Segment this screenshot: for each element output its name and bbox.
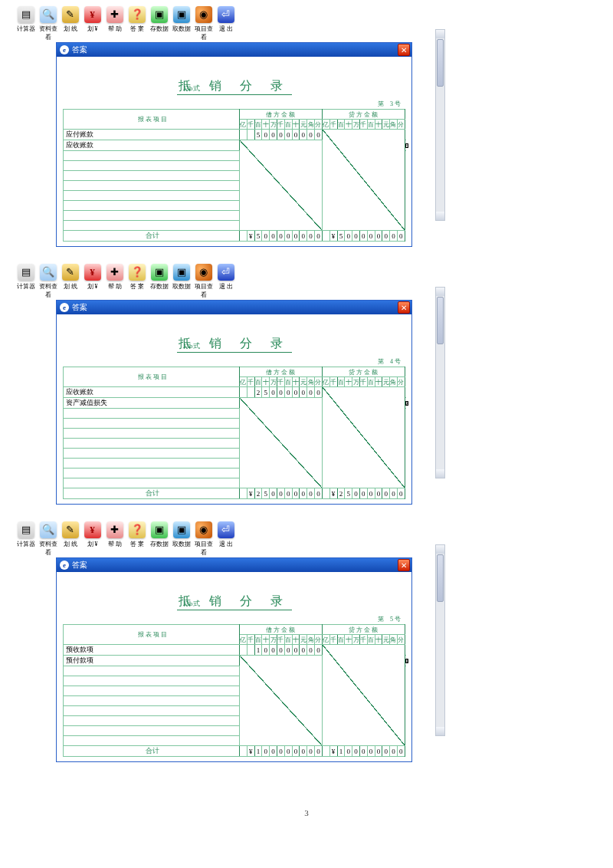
cross-out-button-icon: ✎ [62, 6, 79, 23]
item-cell [64, 716, 240, 726]
item-cell [64, 459, 240, 469]
cross-out-button[interactable]: ✎ 划 线 [60, 264, 80, 299]
item-cell [64, 666, 240, 676]
close-icon[interactable]: ✕ [398, 559, 410, 571]
scrollbar[interactable] [435, 287, 445, 478]
unit-header-cell: 角 [307, 377, 315, 387]
close-icon[interactable]: ✕ [398, 44, 410, 56]
view-project-button[interactable]: ◉ 项目查看 [193, 521, 214, 557]
help-button[interactable]: ✚ 帮 助 [104, 6, 125, 41]
help-button[interactable]: ✚ 帮 助 [104, 264, 125, 299]
view-data-button[interactable]: 🔍 资料查看 [38, 521, 58, 557]
amount-digit-cell: 0 [277, 130, 284, 140]
help-button[interactable]: ✚ 帮 助 [104, 521, 125, 557]
close-icon[interactable]: ✕ [398, 301, 410, 314]
view-data-button[interactable]: 🔍 资料查看 [38, 264, 58, 299]
amount-digit-cell: 0 [300, 130, 307, 140]
currency-button[interactable]: ¥ 划 ¥ [82, 6, 103, 41]
toolbar-label: 答 案 [126, 540, 147, 548]
view-project-button[interactable]: ◉ 项目查看 [193, 6, 214, 41]
debit-header: 借 方 金 额 [240, 367, 323, 377]
exit-button[interactable]: ⏎ 退 出 [215, 264, 236, 299]
answer-window: e 答案 ✕ J3b式 抵 销 分 录 第 5 号 报 表 项 目 [56, 557, 412, 762]
scrollbar-thumb[interactable] [437, 39, 444, 87]
voucher-row: 应付账款500000000 [64, 130, 405, 140]
calculator-button-icon: ▤ [18, 521, 34, 538]
save-data-button[interactable]: ▣ 存数据 [149, 264, 169, 299]
cross-out-button[interactable]: ✎ 划 线 [60, 521, 80, 557]
answer-button[interactable]: ❓ 答 案 [126, 521, 147, 557]
toolbar-label: 项目查看 [193, 540, 214, 557]
exit-button[interactable]: ⏎ 退 出 [215, 6, 236, 41]
scrollbar[interactable] [435, 544, 445, 736]
item-cell [64, 419, 240, 429]
toolbar-label: 划 线 [60, 282, 80, 291]
view-data-button[interactable]: 🔍 资料查看 [38, 6, 58, 41]
unit-header-cell: 万 [270, 377, 277, 387]
amount-digit-cell: 0 [270, 387, 277, 398]
amount-digit-cell: 0 [307, 645, 315, 656]
scrollbar-thumb[interactable] [437, 554, 444, 602]
amount-digit-cell: 0 [390, 488, 398, 499]
calculator-button[interactable]: ▤ 计算器 [15, 6, 36, 41]
save-data-button[interactable]: ▣ 存数据 [149, 6, 169, 41]
unit-header-cell: 千 [247, 635, 254, 645]
toolbar-label: 划 ¥ [82, 282, 103, 291]
scrollbar-thumb[interactable] [437, 297, 444, 344]
amount-digit-cell: 0 [300, 746, 307, 757]
currency-button[interactable]: ¥ 划 ¥ [82, 521, 103, 557]
answer-button[interactable]: ❓ 答 案 [126, 264, 147, 299]
item-cell [64, 181, 240, 191]
unit-header-cell: 百 [367, 635, 375, 645]
calculator-button[interactable]: ▤ 计算器 [15, 521, 36, 557]
item-cell [64, 676, 240, 686]
save-data-button-icon: ▣ [151, 6, 168, 23]
amount-digit-cell: 0 [270, 488, 277, 499]
amount-digit-cell [240, 746, 247, 757]
unit-header-cell: 百 [284, 377, 292, 387]
amount-digit-cell: 0 [359, 231, 367, 242]
amount-digit-cell: ¥ [247, 746, 254, 757]
answer-button[interactable]: ❓ 答 案 [126, 6, 147, 41]
amount-digit-cell: 0 [345, 231, 352, 242]
unit-header-cell: 千 [359, 377, 367, 387]
amount-digit-cell: 0 [284, 488, 292, 499]
item-cell [64, 211, 240, 221]
total-label: 合计 [64, 488, 240, 499]
toolbar-label: 退 出 [215, 540, 236, 548]
cross-out-button[interactable]: ✎ 划 线 [60, 6, 80, 41]
amount-digit-cell: 5 [262, 488, 270, 499]
amount-digit-cell: 0 [270, 130, 277, 140]
amount-digit-cell: 0 [390, 746, 398, 757]
toolbar-label: 取数据 [171, 540, 192, 548]
empty-amount-slash [322, 387, 405, 488]
amount-digit-cell: 0 [314, 746, 322, 757]
unit-header-cell: 分 [397, 120, 405, 130]
toolbar-label: 答 案 [126, 25, 147, 33]
unit-header-cell: 分 [397, 635, 405, 645]
amount-digit-cell: 0 [277, 746, 284, 757]
currency-button[interactable]: ¥ 划 ¥ [82, 264, 103, 299]
debit-header: 借 方 金 额 [240, 110, 323, 120]
exit-button[interactable]: ⏎ 退 出 [215, 521, 236, 557]
empty-amount-slash [240, 140, 323, 231]
load-data-button[interactable]: ▣ 取数据 [171, 6, 192, 41]
item-cell: 预收款项 [64, 645, 240, 656]
load-data-button[interactable]: ▣ 取数据 [171, 521, 192, 557]
load-data-button[interactable]: ▣ 取数据 [171, 264, 192, 299]
amount-digit-cell: 0 [314, 488, 322, 499]
window-titlebar: e 答案 ✕ [57, 43, 411, 57]
amount-digit-cell: 0 [367, 231, 375, 242]
unit-header-cell: 元 [382, 635, 390, 645]
save-data-button[interactable]: ▣ 存数据 [149, 521, 169, 557]
unit-header-cell: 元 [300, 635, 307, 645]
voucher-title: 抵 销 分 录 [63, 590, 405, 611]
item-cell: 应收账款 [64, 140, 240, 151]
document-page-number: 3 [0, 808, 613, 817]
unit-header-cell: 元 [382, 120, 390, 130]
view-project-button[interactable]: ◉ 项目查看 [193, 264, 214, 299]
scrollbar[interactable] [435, 29, 445, 221]
calculator-button[interactable]: ▤ 计算器 [15, 264, 36, 299]
toolbar-label: 退 出 [215, 25, 236, 33]
amount-digit-cell [247, 130, 254, 140]
